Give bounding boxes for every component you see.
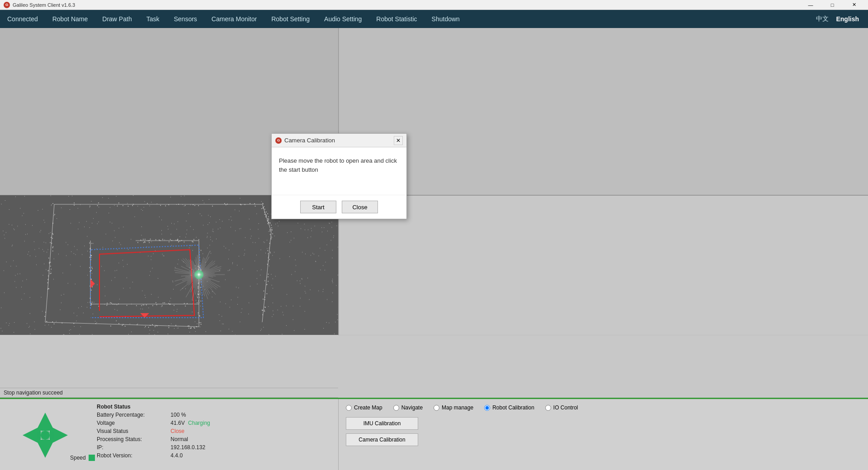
dialog-footer: Start Close: [272, 195, 406, 219]
dialog-title-text: Camera Calibration: [284, 137, 335, 144]
dialog-start-button[interactable]: Start: [300, 201, 336, 213]
dialog-close-footer-button[interactable]: Close: [342, 201, 378, 213]
dialog-overlay: G Camera Calibration ✕ Please move the r…: [0, 0, 868, 470]
dialog-message: Please move the robot to open area and c…: [279, 156, 399, 174]
dialog-title-area: G Camera Calibration: [275, 137, 335, 144]
dialog-titlebar: G Camera Calibration ✕: [272, 134, 406, 147]
dialog-icon: G: [275, 137, 282, 144]
dialog-close-button[interactable]: ✕: [394, 136, 403, 145]
dialog-body: Please move the robot to open area and c…: [272, 147, 406, 195]
camera-calibration-dialog: G Camera Calibration ✕ Please move the r…: [271, 133, 407, 219]
